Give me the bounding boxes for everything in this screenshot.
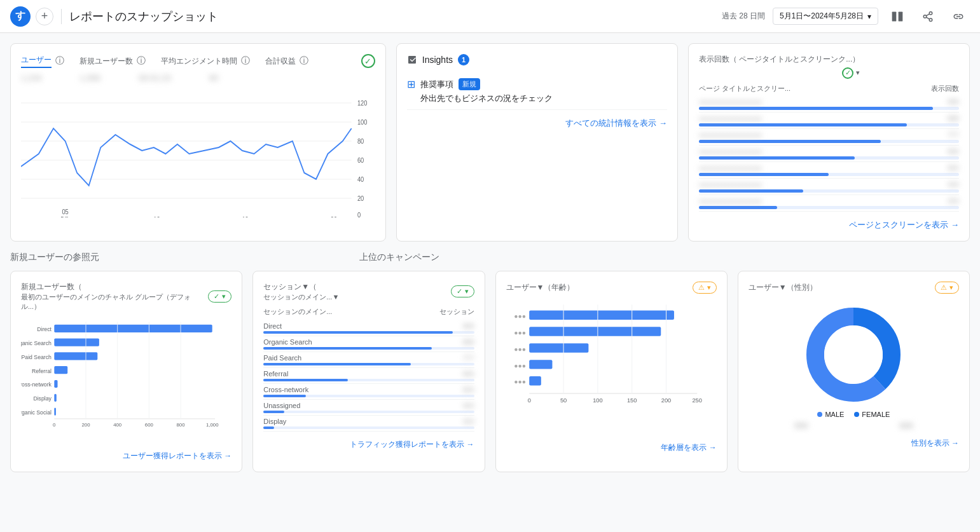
pv-bar-fill xyxy=(699,107,933,110)
campaigns-card: セッション▼（ セッションのメイン...▼ ✓ ▾ セッションのメイン... セ… xyxy=(252,271,485,472)
campaigns-view-link[interactable]: トラフィック獲得レポートを表示 → xyxy=(350,439,474,450)
camp-bar-fill xyxy=(263,363,411,365)
svg-point-2 xyxy=(929,11,932,15)
camp-row-name: Direct xyxy=(263,322,462,330)
svg-text:250: 250 xyxy=(692,397,702,404)
insight-text: 外出先でもビジネスの況をチェック xyxy=(420,93,667,104)
gender-status-badge[interactable]: ⚠ ▾ xyxy=(935,282,959,294)
app-logo[interactable]: す xyxy=(10,6,31,27)
camp-row-name: Display xyxy=(263,418,462,425)
date-range-selector[interactable]: 5月1日〜2024年5月28日 ▾ xyxy=(773,8,878,25)
svg-rect-34 xyxy=(54,380,57,388)
metric-new-users[interactable]: 新規ユーザー数 ⓘ xyxy=(79,55,146,67)
pv-row-name: xxxxxxxxxxxxxxxxxx xyxy=(699,114,948,122)
line-chart-svg: 120 100 80 60 40 20 0 05 5月 12 19 26 xyxy=(21,90,375,217)
add-tab-button[interactable]: + xyxy=(36,8,53,25)
svg-point-74 xyxy=(824,325,883,384)
check-icon2: ✓ xyxy=(457,287,462,296)
dropdown-arrow4: ▾ xyxy=(949,283,953,292)
camp-bar-fill xyxy=(263,395,305,397)
gender-legend: MALE FEMALE xyxy=(749,411,959,418)
svg-text:150: 150 xyxy=(626,397,637,404)
campaigns-status-badge[interactable]: ✓ ▾ xyxy=(451,285,474,297)
metric-revenue[interactable]: 合計収益 ⓘ xyxy=(265,55,308,67)
donut-container xyxy=(749,304,959,406)
campaigns-row: Unassigned 444 xyxy=(263,400,474,416)
camp-row-value: 999 xyxy=(462,322,474,330)
camp-row-name: Unassigned xyxy=(263,402,462,409)
pv-row-name: xxxxxxxxxxxxxxxxxx xyxy=(699,164,948,172)
svg-text:50: 50 xyxy=(560,397,566,404)
metric-engagement[interactable]: 平均エンジメント時間 ⓘ xyxy=(161,55,250,67)
pv-row-value: 555 xyxy=(948,164,959,172)
camp-row-value: 333 xyxy=(462,418,474,425)
camp-bar-bg xyxy=(263,426,474,429)
camp-row-value: 888 xyxy=(462,338,474,346)
camp-bar-bg xyxy=(263,411,474,413)
age-chart-footer: 年齢層を表示 → xyxy=(506,442,717,453)
metric-users[interactable]: ユーザー ⓘ xyxy=(21,55,64,68)
svg-text:Direct: Direct xyxy=(37,326,52,332)
acquisition-view-link[interactable]: ユーザー獲得レポートを表示 → xyxy=(123,451,231,461)
age-status-badge[interactable]: ⚠ ▾ xyxy=(693,282,717,294)
gender-footer: 性別を表示 → xyxy=(749,438,959,449)
insights-badge: 1 xyxy=(458,54,469,65)
pageviews-dropdown-icon[interactable]: ▾ xyxy=(856,69,860,77)
gender-donut-svg xyxy=(803,304,904,406)
female-legend-item: FEMALE xyxy=(854,411,890,418)
metric-revenue-info-icon[interactable]: ⓘ xyxy=(300,55,308,67)
svg-text:26: 26 xyxy=(331,216,337,217)
svg-rect-38 xyxy=(54,407,56,415)
male-label: MALE xyxy=(825,411,844,418)
camp-bar-bg xyxy=(263,379,474,381)
svg-text:100: 100 xyxy=(357,119,367,126)
metrics-header: ユーザー ⓘ 新規ユーザー数 ⓘ 平均エンジメント時間 ⓘ 合計収益 ⓘ ✓ xyxy=(21,54,375,68)
gender-view-link[interactable]: 性別を表示 → xyxy=(911,438,959,449)
dropdown-arrow3: ▾ xyxy=(707,283,711,292)
pv-row-name: xxxxxxxxxxxxxxxxxx xyxy=(699,131,948,139)
campaigns-header: セッション▼（ セッションのメイン...▼ ✓ ▾ xyxy=(263,282,474,302)
dropdown-arrow2: ▾ xyxy=(465,287,469,296)
compare-view-button[interactable] xyxy=(886,5,909,28)
camp-row-name: Referral xyxy=(263,370,462,378)
camp-row-value: 777 xyxy=(462,354,474,362)
svg-text:Referral: Referral xyxy=(32,367,52,374)
pageviews-cols: ページ タイトルとスクリー... 表示回数 xyxy=(699,84,959,93)
pv-row-name: xxxxxxxxxxxxxxxxxx xyxy=(699,197,948,205)
metric-users-info-icon[interactable]: ⓘ xyxy=(55,55,64,67)
camp-bar-bg xyxy=(263,395,474,397)
pv-bar-fill xyxy=(699,173,829,176)
camp-bar-fill xyxy=(263,379,348,381)
campaigns-table: Direct 999 Organic Search 888 Paid Searc… xyxy=(263,320,474,432)
pv-row-value: 999 xyxy=(948,98,959,106)
svg-line-6 xyxy=(926,13,929,15)
metric-engagement-label: 平均エンジメント時間 xyxy=(161,56,237,67)
acquisition-chart-header: 新規ユーザー数（ 最初のユーザーのメインのチャネル グループ（デフォル...） … xyxy=(21,282,231,311)
svg-rect-55 xyxy=(529,343,588,352)
header: す + レポートのスナップショット 過去 28 日間 5月1日〜2024年5月2… xyxy=(0,0,980,33)
more-options-button[interactable] xyxy=(947,5,970,28)
insights-view-all-link[interactable]: すべての統計情報を表示 → xyxy=(407,118,667,129)
camp-row-name: Paid Search xyxy=(263,354,462,362)
metric-revenue-label: 合計収益 xyxy=(265,56,296,67)
svg-line-5 xyxy=(926,17,929,19)
campaigns-row: Paid Search 777 xyxy=(263,352,474,368)
acquisition-status-badge[interactable]: ✓ ▾ xyxy=(208,290,231,303)
age-view-link[interactable]: 年齢層を表示 → xyxy=(661,442,716,453)
metric-engagement-info-icon[interactable]: ⓘ xyxy=(241,55,250,67)
pageviews-col2: 表示回数 xyxy=(931,84,959,93)
campaigns-row: Cross-network 555 xyxy=(263,384,474,400)
pageviews-view-link[interactable]: ページとスクリーンを表示 → xyxy=(699,219,959,231)
svg-point-4 xyxy=(929,18,932,22)
recommendation-label: 推奨事項 xyxy=(420,79,453,90)
pageviews-row: xxxxxxxxxxxxxxxxxx 666 xyxy=(699,146,959,162)
insights-header: Insights 1 xyxy=(407,54,667,65)
camp-row-name: Cross-network xyxy=(263,386,462,393)
age-chart-title: ユーザー▼（年齢） xyxy=(506,282,575,293)
svg-text:80: 80 xyxy=(357,138,364,145)
metric-new-users-info-icon[interactable]: ⓘ xyxy=(137,55,146,67)
metrics-chart-card: ユーザー ⓘ 新規ユーザー数 ⓘ 平均エンジメント時間 ⓘ 合計収益 ⓘ ✓ xyxy=(10,43,386,242)
pageviews-col1: ページ タイトルとスクリー... xyxy=(699,84,790,93)
share-button[interactable] xyxy=(916,5,939,28)
svg-text:Paid Search: Paid Search xyxy=(22,354,52,360)
